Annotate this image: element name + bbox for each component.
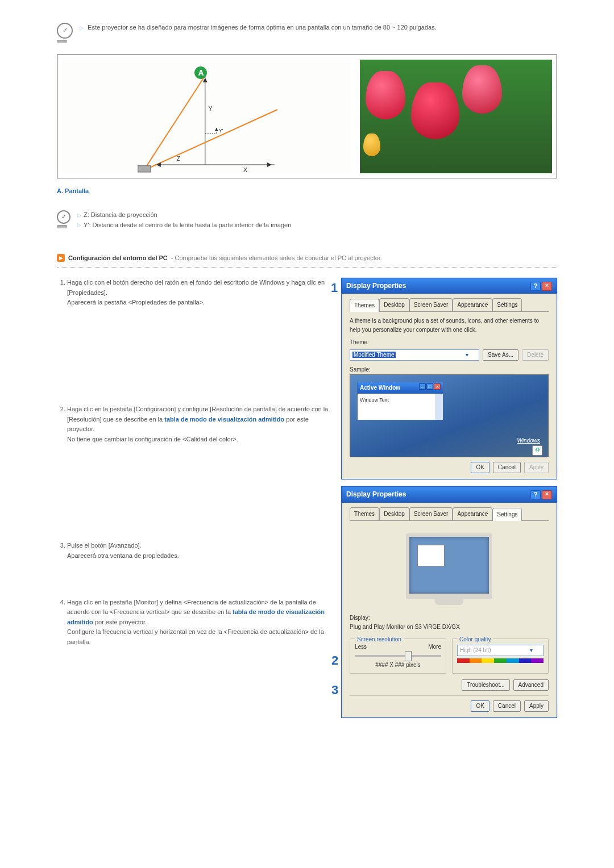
window-title: Display Properties bbox=[346, 281, 406, 291]
cancel-button[interactable]: Cancel bbox=[493, 700, 521, 712]
arrow-icon: ▷ bbox=[77, 212, 81, 218]
z-definition: Z: Distancia de proyección bbox=[84, 211, 157, 218]
display-properties-settings: 2 3 Display Properties ? × Themes Deskto… bbox=[341, 486, 557, 717]
maximize-icon: □ bbox=[426, 383, 433, 390]
tab-desktop[interactable]: Desktop bbox=[379, 507, 409, 520]
section-subtitle: - Compruebe los siguientes elementos ant… bbox=[171, 253, 382, 264]
cancel-button[interactable]: Cancel bbox=[493, 462, 521, 473]
window-titlebar: Display Properties ? × bbox=[342, 487, 557, 502]
window-title: Display Properties bbox=[346, 489, 406, 500]
display-value: Plug and Play Monitor on S3 ViRGE DX/GX bbox=[350, 623, 549, 632]
color-quality-select[interactable]: High (24 bit)▾ bbox=[457, 645, 544, 656]
svg-text:Z: Z bbox=[177, 156, 180, 162]
troubleshoot-button[interactable]: Troubleshoot... bbox=[462, 679, 509, 691]
window-text-sample: Window Text bbox=[358, 394, 443, 420]
display-mode-table-link[interactable]: tabla de modo de visualización admitido bbox=[164, 416, 284, 423]
apply-button[interactable]: Apply bbox=[524, 700, 549, 712]
more-label: More bbox=[428, 642, 441, 652]
projection-diagrams: A Y' Y Z X bbox=[57, 55, 557, 178]
geometry-diagram: A Y' Y Z X bbox=[62, 60, 351, 173]
resolution-slider[interactable] bbox=[355, 655, 441, 657]
tab-screensaver[interactable]: Screen Saver bbox=[409, 298, 453, 311]
step-1: Haga clic con el botón derecho del ratón… bbox=[67, 278, 333, 308]
tab-appearance[interactable]: Appearance bbox=[453, 298, 492, 311]
ok-button[interactable]: OK bbox=[471, 462, 489, 473]
step-2: Haga clic en la pestaña [Configuración] … bbox=[67, 404, 333, 444]
callout-1: 1 bbox=[331, 278, 338, 298]
projector-check-icon: ✓ bbox=[57, 23, 73, 43]
instruction-steps: Haga clic con el botón derecho del ratón… bbox=[57, 278, 333, 724]
save-as-button[interactable]: Save As... bbox=[483, 349, 518, 361]
window-titlebar: Display Properties ? × bbox=[342, 278, 557, 294]
advanced-button[interactable]: Advanced bbox=[513, 679, 549, 691]
close-icon[interactable]: × bbox=[542, 282, 552, 291]
tab-themes[interactable]: Themes bbox=[350, 299, 379, 312]
color-preview bbox=[457, 658, 544, 663]
tab-appearance[interactable]: Appearance bbox=[453, 507, 492, 520]
callout-2: 2 bbox=[331, 650, 338, 670]
theme-preview: Active Window – □ × Window Text Windows … bbox=[350, 374, 549, 457]
tab-strip: Themes Desktop Screen Saver Appearance S… bbox=[350, 298, 549, 312]
theme-description: A theme is a background plus a set of so… bbox=[350, 316, 549, 335]
apply-button[interactable]: Apply bbox=[524, 462, 549, 473]
svg-marker-6 bbox=[215, 128, 218, 131]
section-title: Configuración del entorno del PC bbox=[68, 253, 168, 264]
heading-a-pantalla: A. Pantalla bbox=[57, 186, 557, 197]
tulips-photo bbox=[360, 60, 552, 173]
help-icon[interactable]: ? bbox=[530, 490, 541, 499]
y-definition: Y': Distancia desde el centro de la lent… bbox=[84, 222, 291, 228]
active-window-title: Active Window bbox=[360, 383, 400, 393]
svg-text:Y: Y bbox=[209, 106, 213, 112]
section-bullet-icon: ▶ bbox=[57, 254, 65, 262]
close-icon: × bbox=[434, 383, 441, 390]
recycle-bin-icon: ♻ bbox=[532, 445, 542, 456]
tab-strip: Themes Desktop Screen Saver Appearance S… bbox=[350, 507, 549, 521]
projector-check-icon: ✓ bbox=[57, 210, 73, 231]
step-3: Pulse el botón [Avanzado]. Aparecerá otr… bbox=[67, 541, 333, 561]
section-header: ▶ Configuración del entorno del PC - Com… bbox=[57, 253, 557, 264]
svg-marker-10 bbox=[267, 162, 272, 167]
arrow-icon: ▷ bbox=[77, 222, 81, 228]
delete-button[interactable]: Delete bbox=[522, 349, 549, 361]
windows-logo: Windows bbox=[517, 436, 540, 445]
monitor-preview bbox=[350, 525, 549, 614]
theme-select[interactable]: Modified Theme▾ bbox=[350, 349, 479, 361]
screen-resolution-label: Screen resolution bbox=[355, 635, 404, 644]
step-4: Haga clic en la pestaña [Monitor] y defi… bbox=[67, 598, 333, 648]
divider bbox=[57, 266, 557, 268]
callout-3: 3 bbox=[331, 680, 338, 700]
distance-definitions: ✓ ▷Z: Distancia de proyección ▷Y': Dista… bbox=[57, 210, 557, 231]
minimize-icon: – bbox=[419, 383, 426, 390]
svg-text:Y': Y' bbox=[219, 128, 223, 133]
sample-label: Sample: bbox=[350, 365, 549, 374]
tab-settings[interactable]: Settings bbox=[492, 508, 522, 521]
theme-label: Theme: bbox=[350, 338, 549, 347]
arrow-icon: ▷ bbox=[80, 25, 84, 31]
color-quality-label: Color quality bbox=[457, 635, 493, 644]
svg-text:X: X bbox=[243, 166, 248, 173]
tab-settings[interactable]: Settings bbox=[492, 298, 522, 311]
tab-themes[interactable]: Themes bbox=[350, 507, 379, 520]
close-icon[interactable]: × bbox=[542, 490, 552, 499]
resolution-value: #### X ### pixels bbox=[355, 661, 441, 670]
intro-note: ✓ ▷ Este proyector se ha diseñado para m… bbox=[57, 23, 557, 43]
display-label: Display: bbox=[350, 614, 549, 623]
svg-rect-14 bbox=[138, 165, 151, 172]
tab-screensaver[interactable]: Screen Saver bbox=[409, 507, 453, 520]
intro-text: Este proyector se ha diseñado para mostr… bbox=[88, 24, 437, 31]
help-icon[interactable]: ? bbox=[530, 282, 541, 291]
tab-desktop[interactable]: Desktop bbox=[379, 298, 409, 311]
ok-button[interactable]: OK bbox=[471, 700, 489, 712]
display-properties-themes: Display Properties ? × Themes Desktop Sc… bbox=[341, 278, 557, 479]
